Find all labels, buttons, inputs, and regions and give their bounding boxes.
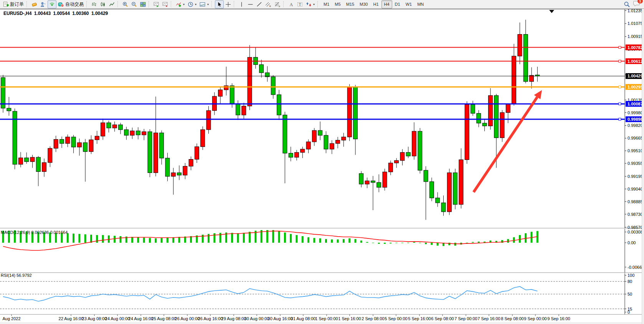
svg-text:1.00429: 1.00429	[627, 74, 643, 78]
text-button[interactable]: A	[287, 0, 296, 8]
vertical-line-button[interactable]	[237, 0, 246, 8]
toolbar-right-group: 1	[624, 0, 642, 8]
templates-button[interactable]: ▾	[198, 0, 210, 8]
indicators-icon	[176, 2, 182, 7]
svg-text:T: T	[299, 2, 301, 7]
cursor-button[interactable]	[215, 0, 224, 8]
macd-axis-tick: 0.00308	[627, 230, 643, 234]
window-edge	[642, 8, 644, 324]
zoom-in-icon	[122, 2, 128, 7]
indicators-button[interactable]: ▾	[174, 0, 186, 8]
svg-text:A: A	[290, 2, 293, 7]
price-tick: 0.99195	[627, 174, 643, 179]
chart-shift-icon	[162, 2, 168, 7]
macd-name: MACD(12,26,9)	[1, 230, 30, 235]
line-chart-button[interactable]	[107, 0, 116, 8]
tab-timeframe-m15[interactable]: M15	[343, 0, 357, 8]
autotrading-button[interactable]: 自动交易	[56, 0, 85, 8]
vertical-line-icon	[239, 2, 244, 7]
tile-windows-button[interactable]	[139, 0, 147, 8]
arrows-icon	[306, 2, 312, 7]
price-tick: 1.00915	[627, 34, 643, 39]
time-axis-label: 26 Aug 00:00	[175, 316, 200, 321]
zoom-out-icon	[131, 2, 137, 7]
chart-canvas[interactable]: 1.012351.010751.009151.007601.004451.001…	[0, 0, 644, 324]
chat-button[interactable]: 1	[633, 0, 640, 8]
tab-timeframe-h4[interactable]: H4	[381, 0, 392, 8]
rsi-axis-tick: 0	[627, 310, 630, 314]
toolbar-separator	[234, 1, 236, 7]
ohlc-close: 1.00429	[91, 11, 108, 16]
line-chart-icon	[109, 2, 115, 7]
price-tick: 0.99665	[627, 136, 643, 140]
svg-text:1.00782: 1.00782	[627, 45, 643, 50]
macd-axis-tick: 0.00	[627, 240, 636, 245]
search-icon[interactable]	[624, 1, 630, 8]
new-order-button[interactable]: 新订单	[2, 0, 25, 8]
quotes-button[interactable]	[30, 0, 39, 8]
price-tick: 0.98730	[627, 212, 643, 217]
arrows-button[interactable]: ▾	[304, 0, 316, 8]
time-axis-label: 30 Aug 16:00	[268, 316, 293, 321]
time-axis-label: 31 Aug 08:00	[291, 316, 316, 321]
bar-chart-icon	[91, 2, 97, 7]
tab-timeframe-m1[interactable]: M1	[321, 0, 332, 8]
price-tick: 0.99355	[627, 161, 643, 166]
signals-icon	[49, 2, 55, 7]
new-order-label: 新订单	[10, 1, 24, 8]
zoom-in-button[interactable]	[121, 0, 130, 8]
price-tick: 1.01235	[627, 8, 643, 13]
crosshair-icon	[225, 2, 231, 7]
periods-button[interactable]: ▾	[186, 0, 198, 8]
bar-chart-button[interactable]	[90, 0, 99, 8]
tab-timeframe-m30[interactable]: M30	[357, 0, 370, 8]
toolbar-separator	[317, 1, 319, 7]
price-badge: 1.00429	[626, 73, 644, 79]
time-axis-label: 7 Sep 00:00	[454, 316, 477, 321]
toolbar-separator	[86, 1, 88, 7]
chart-shift-button[interactable]	[161, 0, 170, 8]
candlestick-chart-button[interactable]	[99, 0, 107, 8]
tab-timeframe-w1[interactable]: W1	[403, 0, 415, 8]
crosshair-button[interactable]	[224, 0, 233, 8]
fibonacci-icon: F	[274, 2, 281, 7]
chart-symbol-timeframe: EURUSD-,H4	[3, 11, 31, 16]
dropdown-caret: ▾	[207, 3, 209, 6]
autotrading-label: 自动交易	[65, 1, 84, 8]
price-tick: 0.99040	[627, 187, 643, 191]
horizontal-line-button[interactable]	[246, 0, 255, 8]
rsi-axis-tick: 80	[627, 279, 632, 284]
time-axis-label: 1 Sep 00:00	[315, 316, 338, 321]
tab-timeframe-h1[interactable]: H1	[370, 0, 381, 8]
rsi-value: 56.9792	[17, 273, 32, 278]
periods-icon	[188, 2, 193, 7]
navigator-button[interactable]	[39, 0, 48, 8]
tab-timeframe-m5[interactable]: M5	[332, 0, 343, 8]
trend-line-button[interactable]	[255, 0, 264, 8]
rsi-axis-tick: 100	[627, 273, 634, 278]
macd-indicator-label: MACD(12,26,9) 0.002636 0.001664	[1, 230, 68, 235]
equidistant-channel-button[interactable]: E	[264, 0, 273, 8]
fibonacci-button[interactable]: F	[273, 0, 282, 8]
time-axis-label: 9 Sep 00:00	[524, 316, 547, 321]
time-axis-label: 6 Sep 08:00	[431, 316, 454, 321]
auto-scroll-button[interactable]	[152, 0, 161, 8]
tab-timeframe-d1[interactable]: D1	[392, 0, 403, 8]
dropdown-caret: ▾	[183, 3, 185, 6]
toolbar-separator	[283, 1, 285, 7]
signals-button[interactable]	[48, 0, 56, 8]
text-label-button[interactable]: T	[296, 0, 304, 8]
ohlc-open: 1.00443	[34, 11, 51, 16]
time-axis-label: 30 Aug 00:00	[244, 316, 269, 321]
new-order-icon	[3, 2, 9, 7]
toolbar: 新订单 自动交易	[0, 0, 644, 9]
text-label-icon: T	[297, 2, 303, 7]
svg-text:1.00612: 1.00612	[627, 59, 643, 64]
chart-title: EURUSD-,H4 1.00443 1.00544 1.00360 1.004…	[3, 11, 109, 16]
ohlc-low: 1.00360	[72, 11, 89, 16]
tab-timeframe-mn[interactable]: MN	[414, 0, 426, 8]
zoom-out-button[interactable]	[130, 0, 139, 8]
price-tick: 0.99980	[627, 110, 643, 115]
price-badge: 1.00087	[626, 101, 644, 107]
price-badge: 1.00612	[626, 58, 644, 64]
